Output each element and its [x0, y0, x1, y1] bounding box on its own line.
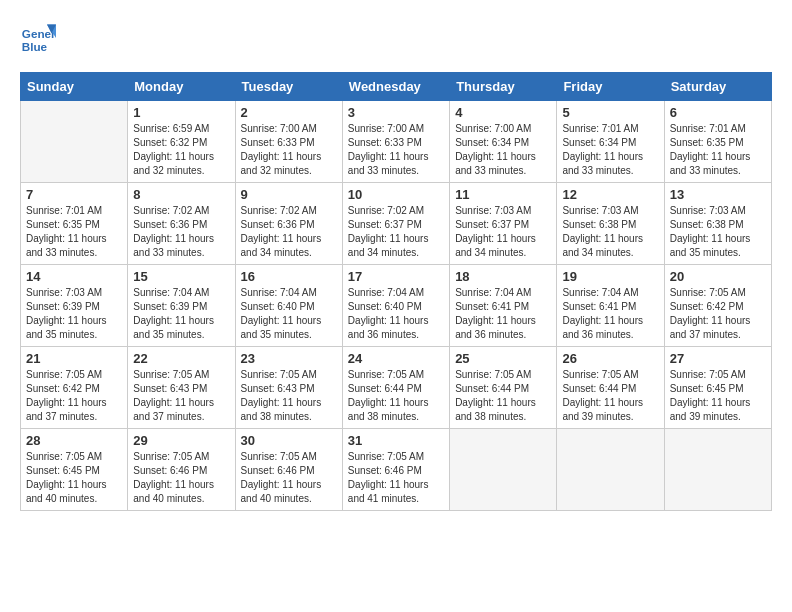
day-number: 8 — [133, 187, 229, 202]
day-detail: Sunrise: 7:00 AM Sunset: 6:34 PM Dayligh… — [455, 123, 536, 176]
day-detail: Sunrise: 7:03 AM Sunset: 6:39 PM Dayligh… — [26, 287, 107, 340]
weekday-header: Monday — [128, 73, 235, 101]
day-number: 23 — [241, 351, 337, 366]
day-detail: Sunrise: 7:05 AM Sunset: 6:46 PM Dayligh… — [241, 451, 322, 504]
day-detail: Sunrise: 7:04 AM Sunset: 6:41 PM Dayligh… — [455, 287, 536, 340]
day-number: 7 — [26, 187, 122, 202]
day-detail: Sunrise: 7:02 AM Sunset: 6:36 PM Dayligh… — [133, 205, 214, 258]
day-detail: Sunrise: 7:03 AM Sunset: 6:37 PM Dayligh… — [455, 205, 536, 258]
day-number: 29 — [133, 433, 229, 448]
day-detail: Sunrise: 7:01 AM Sunset: 6:34 PM Dayligh… — [562, 123, 643, 176]
day-detail: Sunrise: 7:01 AM Sunset: 6:35 PM Dayligh… — [26, 205, 107, 258]
day-number: 2 — [241, 105, 337, 120]
calendar-cell: 24 Sunrise: 7:05 AM Sunset: 6:44 PM Dayl… — [342, 347, 449, 429]
weekday-header: Saturday — [664, 73, 771, 101]
day-detail: Sunrise: 7:00 AM Sunset: 6:33 PM Dayligh… — [241, 123, 322, 176]
day-number: 13 — [670, 187, 766, 202]
logo: General Blue — [20, 20, 60, 56]
day-detail: Sunrise: 7:05 AM Sunset: 6:44 PM Dayligh… — [562, 369, 643, 422]
weekday-header: Tuesday — [235, 73, 342, 101]
day-detail: Sunrise: 7:05 AM Sunset: 6:46 PM Dayligh… — [348, 451, 429, 504]
day-detail: Sunrise: 7:01 AM Sunset: 6:35 PM Dayligh… — [670, 123, 751, 176]
day-detail: Sunrise: 7:05 AM Sunset: 6:42 PM Dayligh… — [26, 369, 107, 422]
page-header: General Blue — [20, 20, 772, 56]
weekday-header: Sunday — [21, 73, 128, 101]
day-number: 4 — [455, 105, 551, 120]
calendar-cell: 3 Sunrise: 7:00 AM Sunset: 6:33 PM Dayli… — [342, 101, 449, 183]
day-number: 30 — [241, 433, 337, 448]
calendar-cell: 13 Sunrise: 7:03 AM Sunset: 6:38 PM Dayl… — [664, 183, 771, 265]
day-detail: Sunrise: 7:03 AM Sunset: 6:38 PM Dayligh… — [670, 205, 751, 258]
calendar-cell: 6 Sunrise: 7:01 AM Sunset: 6:35 PM Dayli… — [664, 101, 771, 183]
day-detail: Sunrise: 7:05 AM Sunset: 6:44 PM Dayligh… — [348, 369, 429, 422]
day-number: 10 — [348, 187, 444, 202]
calendar-cell: 5 Sunrise: 7:01 AM Sunset: 6:34 PM Dayli… — [557, 101, 664, 183]
calendar-cell: 21 Sunrise: 7:05 AM Sunset: 6:42 PM Dayl… — [21, 347, 128, 429]
calendar-cell: 30 Sunrise: 7:05 AM Sunset: 6:46 PM Dayl… — [235, 429, 342, 511]
day-number: 5 — [562, 105, 658, 120]
day-number: 25 — [455, 351, 551, 366]
calendar-cell: 2 Sunrise: 7:00 AM Sunset: 6:33 PM Dayli… — [235, 101, 342, 183]
day-detail: Sunrise: 7:04 AM Sunset: 6:41 PM Dayligh… — [562, 287, 643, 340]
day-detail: Sunrise: 7:04 AM Sunset: 6:40 PM Dayligh… — [241, 287, 322, 340]
day-number: 20 — [670, 269, 766, 284]
calendar-cell: 7 Sunrise: 7:01 AM Sunset: 6:35 PM Dayli… — [21, 183, 128, 265]
calendar-cell: 16 Sunrise: 7:04 AM Sunset: 6:40 PM Dayl… — [235, 265, 342, 347]
calendar-cell: 4 Sunrise: 7:00 AM Sunset: 6:34 PM Dayli… — [450, 101, 557, 183]
day-detail: Sunrise: 7:05 AM Sunset: 6:44 PM Dayligh… — [455, 369, 536, 422]
calendar-cell: 14 Sunrise: 7:03 AM Sunset: 6:39 PM Dayl… — [21, 265, 128, 347]
calendar-cell: 11 Sunrise: 7:03 AM Sunset: 6:37 PM Dayl… — [450, 183, 557, 265]
calendar-cell: 17 Sunrise: 7:04 AM Sunset: 6:40 PM Dayl… — [342, 265, 449, 347]
calendar-cell — [450, 429, 557, 511]
day-number: 21 — [26, 351, 122, 366]
calendar-cell: 12 Sunrise: 7:03 AM Sunset: 6:38 PM Dayl… — [557, 183, 664, 265]
calendar-cell: 27 Sunrise: 7:05 AM Sunset: 6:45 PM Dayl… — [664, 347, 771, 429]
calendar-cell: 25 Sunrise: 7:05 AM Sunset: 6:44 PM Dayl… — [450, 347, 557, 429]
weekday-header: Thursday — [450, 73, 557, 101]
day-detail: Sunrise: 7:00 AM Sunset: 6:33 PM Dayligh… — [348, 123, 429, 176]
calendar-cell: 20 Sunrise: 7:05 AM Sunset: 6:42 PM Dayl… — [664, 265, 771, 347]
day-detail: Sunrise: 7:02 AM Sunset: 6:36 PM Dayligh… — [241, 205, 322, 258]
day-detail: Sunrise: 7:05 AM Sunset: 6:43 PM Dayligh… — [133, 369, 214, 422]
day-detail: Sunrise: 7:03 AM Sunset: 6:38 PM Dayligh… — [562, 205, 643, 258]
day-number: 16 — [241, 269, 337, 284]
day-number: 31 — [348, 433, 444, 448]
day-number: 12 — [562, 187, 658, 202]
day-number: 28 — [26, 433, 122, 448]
day-number: 22 — [133, 351, 229, 366]
day-detail: Sunrise: 7:04 AM Sunset: 6:40 PM Dayligh… — [348, 287, 429, 340]
calendar-cell: 31 Sunrise: 7:05 AM Sunset: 6:46 PM Dayl… — [342, 429, 449, 511]
calendar-cell: 9 Sunrise: 7:02 AM Sunset: 6:36 PM Dayli… — [235, 183, 342, 265]
day-detail: Sunrise: 7:05 AM Sunset: 6:45 PM Dayligh… — [26, 451, 107, 504]
calendar-cell: 22 Sunrise: 7:05 AM Sunset: 6:43 PM Dayl… — [128, 347, 235, 429]
calendar-cell: 10 Sunrise: 7:02 AM Sunset: 6:37 PM Dayl… — [342, 183, 449, 265]
day-number: 27 — [670, 351, 766, 366]
calendar-cell: 28 Sunrise: 7:05 AM Sunset: 6:45 PM Dayl… — [21, 429, 128, 511]
calendar-cell: 18 Sunrise: 7:04 AM Sunset: 6:41 PM Dayl… — [450, 265, 557, 347]
calendar-cell: 29 Sunrise: 7:05 AM Sunset: 6:46 PM Dayl… — [128, 429, 235, 511]
day-number: 9 — [241, 187, 337, 202]
day-detail: Sunrise: 7:05 AM Sunset: 6:43 PM Dayligh… — [241, 369, 322, 422]
day-number: 19 — [562, 269, 658, 284]
day-number: 1 — [133, 105, 229, 120]
day-detail: Sunrise: 7:02 AM Sunset: 6:37 PM Dayligh… — [348, 205, 429, 258]
calendar-cell: 19 Sunrise: 7:04 AM Sunset: 6:41 PM Dayl… — [557, 265, 664, 347]
day-number: 3 — [348, 105, 444, 120]
calendar-cell — [557, 429, 664, 511]
day-detail: Sunrise: 7:05 AM Sunset: 6:42 PM Dayligh… — [670, 287, 751, 340]
day-detail: Sunrise: 7:05 AM Sunset: 6:46 PM Dayligh… — [133, 451, 214, 504]
day-detail: Sunrise: 7:04 AM Sunset: 6:39 PM Dayligh… — [133, 287, 214, 340]
day-number: 11 — [455, 187, 551, 202]
day-number: 26 — [562, 351, 658, 366]
day-number: 15 — [133, 269, 229, 284]
day-detail: Sunrise: 7:05 AM Sunset: 6:45 PM Dayligh… — [670, 369, 751, 422]
day-number: 18 — [455, 269, 551, 284]
calendar-cell — [664, 429, 771, 511]
weekday-header: Friday — [557, 73, 664, 101]
calendar-cell: 15 Sunrise: 7:04 AM Sunset: 6:39 PM Dayl… — [128, 265, 235, 347]
day-number: 24 — [348, 351, 444, 366]
day-number: 17 — [348, 269, 444, 284]
calendar-cell: 23 Sunrise: 7:05 AM Sunset: 6:43 PM Dayl… — [235, 347, 342, 429]
day-number: 14 — [26, 269, 122, 284]
calendar-cell: 1 Sunrise: 6:59 AM Sunset: 6:32 PM Dayli… — [128, 101, 235, 183]
